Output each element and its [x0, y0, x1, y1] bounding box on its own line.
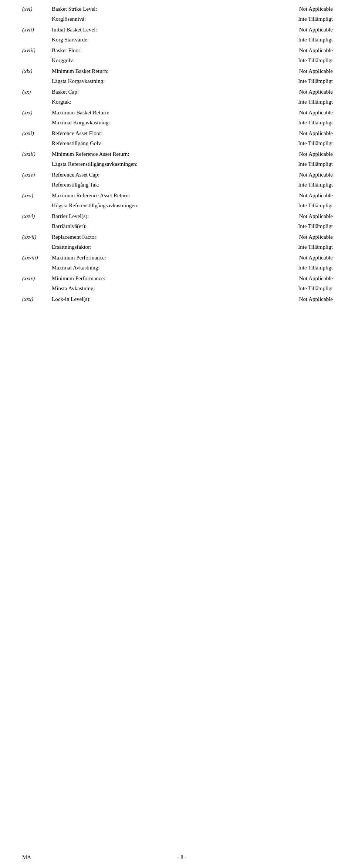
- entry-xxv-label-sv: Högsta Referenstillgångsavkastningen:: [52, 202, 259, 209]
- entry-xxviii-value-en: Not Applicable: [259, 255, 333, 261]
- entry-xviii-value-en: Not Applicable: [259, 47, 333, 54]
- entry-xxix-label-en: Minimum Performance:: [52, 275, 259, 282]
- entry-xxvii-main: (xxvii) Replacement Factor: Not Applicab…: [22, 232, 333, 242]
- entry-group-xxiii: (xxiii) Minimum Reference Asset Return: …: [22, 149, 333, 169]
- entry-group-xix: (xix) Minimum Basket Return: Not Applica…: [22, 66, 333, 86]
- entry-xxiv-main: (xxiv) Reference Asset Cap: Not Applicab…: [22, 170, 333, 180]
- entry-xix-value-en: Not Applicable: [259, 68, 333, 74]
- entry-xxiv-label-sv: Referenstillgång Tak:: [52, 182, 259, 188]
- entry-xxii-main: (xxii) Reference Asset Floor: Not Applic…: [22, 128, 333, 139]
- entry-xxx-label-en: Lock-in Level(s):: [52, 296, 259, 302]
- entry-xxi-label-en: Maximum Basket Return:: [52, 110, 259, 116]
- entry-xvii-value-sv: Inte Tillämpligt: [259, 37, 333, 43]
- entry-xxiii-sub: Lägsta Referenstillgångsavkastningen: In…: [22, 160, 333, 169]
- entry-xxiv-sub-number: [22, 182, 52, 188]
- entry-xxvi-value-en: Not Applicable: [259, 213, 333, 219]
- entry-xx-label-sv: Korgtak:: [52, 99, 259, 105]
- entry-group-xvi: (xvi) Basket Strike Level: Not Applicabl…: [22, 4, 333, 24]
- entry-xxvii-number: (xxvii): [22, 234, 52, 240]
- entry-xxvi-sub-number: [22, 223, 52, 229]
- entry-xxix-sub-number: [22, 285, 52, 292]
- entry-group-xxi: (xxi) Maximum Basket Return: Not Applica…: [22, 107, 333, 127]
- entry-xxvi-label-sv: Barriärnivå(er):: [52, 223, 259, 229]
- entry-xxi-sub-number: [22, 120, 52, 126]
- entry-group-xviii: (xviii) Basket Floor: Not Applicable Kor…: [22, 45, 333, 65]
- entry-group-xxvi: (xxvi) Barrier Level(s): Not Applicable …: [22, 211, 333, 231]
- entry-group-xvii: (xvii) Initial Basket Level: Not Applica…: [22, 24, 333, 44]
- entry-xxv-value-en: Not Applicable: [259, 192, 333, 199]
- entry-xxi-value-en: Not Applicable: [259, 110, 333, 116]
- entry-xxvii-sub: Ersättningsfaktor: Inte Tillämpligt: [22, 242, 333, 252]
- entry-xxi-number: (xxi): [22, 110, 52, 116]
- entry-xxvii-label-sv: Ersättningsfaktor:: [52, 244, 259, 250]
- entry-xvii-sub: Korg Startvärde: Inte Tillämpligt: [22, 35, 333, 44]
- entry-xxii-label-en: Reference Asset Floor:: [52, 130, 259, 137]
- entry-xxv-sub-number: [22, 202, 52, 209]
- entry-xxx-value-en: Not Applicable: [259, 296, 333, 302]
- entry-xxii-sub-number: [22, 140, 52, 147]
- entry-xvii-value-en: Not Applicable: [259, 27, 333, 33]
- entry-xxix-value-sv: Inte Tillämpligt: [259, 285, 333, 292]
- entry-xxii-label-sv: Referenstillgång Golv: [52, 140, 259, 147]
- entry-xvi-sub-number: [22, 16, 52, 22]
- page-content: (xvi) Basket Strike Level: Not Applicabl…: [0, 0, 355, 335]
- entry-xvi-value-sv: Inte Tillämpligt: [259, 16, 333, 22]
- entry-xxiii-value-en: Not Applicable: [259, 151, 333, 157]
- footer-center: - 8 -: [178, 854, 187, 861]
- entry-xxix-label-sv: Minsta Avkastning:: [52, 285, 259, 292]
- entry-xxvi-number: (xxvi): [22, 213, 52, 219]
- entry-group-xx: (xx) Basket Cap: Not Applicable Korgtak:…: [22, 87, 333, 107]
- entry-xx-label-en: Basket Cap:: [52, 89, 259, 95]
- entry-xviii-sub: Korggolv: Inte Tillämpligt: [22, 56, 333, 65]
- entry-xvii-label-sv: Korg Startvärde:: [52, 37, 259, 43]
- entry-xvi-label-sv: Korglösennivå:: [52, 16, 259, 22]
- entry-xviii-label-sv: Korggolv:: [52, 57, 259, 64]
- entry-xix-value-sv: Inte Tillämpligt: [259, 78, 333, 84]
- entry-group-xxv: (xxv) Maximum Reference Asset Return: No…: [22, 190, 333, 210]
- entry-xvi-sub: Korglösennivå: Inte Tillämpligt: [22, 14, 333, 24]
- entry-group-xxii: (xxii) Reference Asset Floor: Not Applic…: [22, 128, 333, 148]
- entry-xix-main: (xix) Minimum Basket Return: Not Applica…: [22, 66, 333, 77]
- entry-xxi-main: (xxi) Maximum Basket Return: Not Applica…: [22, 107, 333, 118]
- entry-xxix-sub: Minsta Avkastning: Inte Tillämpligt: [22, 284, 333, 293]
- entry-xvii-label-en: Initial Basket Level:: [52, 27, 259, 33]
- entry-group-xxviii: (xxviii) Maximum Performance: Not Applic…: [22, 252, 333, 272]
- entry-xxii-value-sv: Inte Tillämpligt: [259, 140, 333, 147]
- entry-xxii-number: (xxii): [22, 130, 52, 137]
- entry-xxvi-main: (xxvi) Barrier Level(s): Not Applicable: [22, 211, 333, 222]
- entry-xxviii-value-sv: Inte Tillämpligt: [259, 265, 333, 271]
- entry-xix-label-sv: Lägsta Korgavkastning:: [52, 78, 259, 84]
- entry-xxvii-label-en: Replacement Factor:: [52, 234, 259, 240]
- entry-xvii-main: (xvii) Initial Basket Level: Not Applica…: [22, 24, 333, 35]
- entry-xxiii-label-en: Minimum Reference Asset Return:: [52, 151, 259, 157]
- entry-xviii-sub-number: [22, 57, 52, 64]
- entry-xxix-main: (xxix) Minimum Performance: Not Applicab…: [22, 273, 333, 284]
- entry-xxi-label-sv: Maximal Korgavkastning:: [52, 120, 259, 126]
- entry-xxviii-number: (xxviii): [22, 255, 52, 261]
- entry-xix-sub: Lägsta Korgavkastning: Inte Tillämpligt: [22, 77, 333, 86]
- entry-xxvi-label-en: Barrier Level(s):: [52, 213, 259, 219]
- entry-xxviii-sub: Maximal Avkastning: Inte Tillämpligt: [22, 263, 333, 272]
- entry-xxiv-sub: Referenstillgång Tak: Inte Tillämpligt: [22, 180, 333, 190]
- entry-xvi-number: (xvi): [22, 6, 52, 12]
- entry-xxvi-sub: Barriärnivå(er): Inte Tillämpligt: [22, 222, 333, 231]
- entry-xxii-sub: Referenstillgång Golv Inte Tillämpligt: [22, 139, 333, 148]
- entry-xxv-sub: Högsta Referenstillgångsavkastningen: In…: [22, 201, 333, 210]
- footer: MA - 8 -: [0, 854, 355, 861]
- entry-xxiii-value-sv: Inte Tillämpligt: [259, 161, 333, 167]
- entry-xxviii-sub-number: [22, 265, 52, 271]
- entry-xxviii-label-sv: Maximal Avkastning:: [52, 265, 259, 271]
- entry-xvi-label-en: Basket Strike Level:: [52, 6, 259, 12]
- entry-xx-main: (xx) Basket Cap: Not Applicable: [22, 87, 333, 97]
- entry-xvii-sub-number: [22, 37, 52, 43]
- entry-xxiii-sub-number: [22, 161, 52, 167]
- entry-xxv-number: (xxv): [22, 192, 52, 199]
- entry-xviii-value-sv: Inte Tillämpligt: [259, 57, 333, 64]
- entry-xvi-value-en: Not Applicable: [259, 6, 333, 12]
- entry-xxv-value-sv: Inte Tillämpligt: [259, 202, 333, 209]
- entry-xx-sub: Korgtak: Inte Tillämpligt: [22, 97, 333, 107]
- entry-xxvii-value-sv: Inte Tillämpligt: [259, 244, 333, 250]
- entry-xxiv-value-sv: Inte Tillämpligt: [259, 182, 333, 188]
- entry-xxix-number: (xxix): [22, 275, 52, 282]
- entry-xix-label-en: Minimum Basket Return:: [52, 68, 259, 74]
